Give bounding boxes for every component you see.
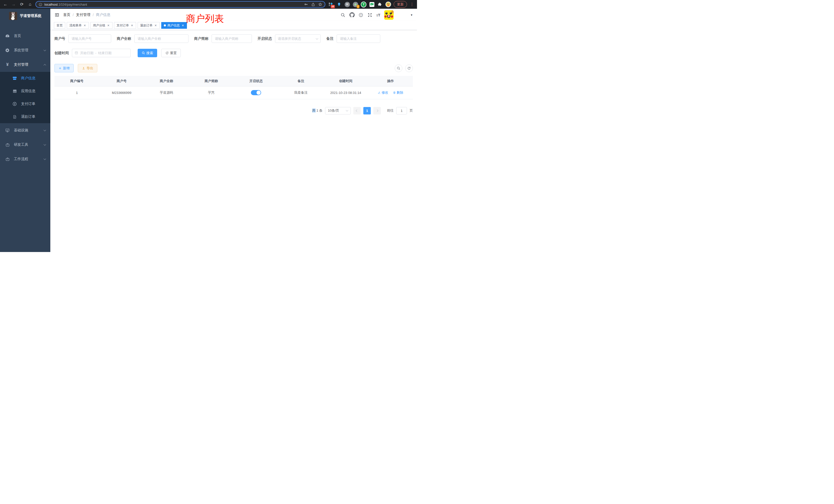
payment-submenu: 商户信息 应用信息 支付订单 退款订单 — [0, 72, 50, 123]
search-button[interactable]: 搜索 — [138, 49, 157, 57]
app-header: 首页 / 支付管理 / 商户信息 ? TT ▼ — [50, 9, 417, 21]
close-icon[interactable]: ✕ — [154, 24, 157, 27]
tab-pay-order[interactable]: 支付订单✕ — [114, 22, 136, 29]
status-select[interactable]: 请选择开启状态 — [275, 35, 321, 43]
fullscreen-icon[interactable] — [368, 12, 373, 18]
current-page-button[interactable]: 1 — [363, 107, 371, 114]
col-merchant-no: 商户号 — [100, 76, 144, 86]
tab-process-form[interactable]: 流程表单✕ — [67, 22, 89, 29]
start-date-placeholder: 开始日期 — [80, 51, 93, 55]
toggle-search-icon[interactable] — [395, 64, 402, 72]
create-time-range-picker[interactable]: 开始日期 - 结束日期 — [72, 49, 131, 57]
tags-view-bar: 首页 流程表单✕ 用户分组✕ 支付订单✕ 退款订单✕ 商户信息✕ — [50, 21, 417, 30]
grid-icon — [12, 89, 17, 93]
sidebar-item-refund-order[interactable]: 退款订单 — [0, 110, 50, 123]
col-actions: 操作 — [368, 76, 413, 86]
sidebar-item-payment[interactable]: ¥ 支付管理 — [0, 58, 50, 72]
gray-dot-extension-icon[interactable]: 1 — [353, 2, 358, 7]
remark-input[interactable] — [337, 35, 380, 43]
status-label: 开启状态 — [258, 37, 272, 41]
breadcrumb-payment[interactable]: 支付管理 — [76, 13, 90, 17]
user-avatar[interactable] — [384, 10, 394, 20]
sidebar-item-label: 退款订单 — [21, 114, 46, 119]
browser-profile-avatar[interactable] — [386, 2, 391, 7]
breadcrumb: 首页 / 支付管理 / 商户信息 — [63, 13, 110, 17]
close-icon[interactable]: ✕ — [83, 24, 86, 27]
sidebar-item-label: 首页 — [14, 33, 46, 38]
remark-label: 备注 — [326, 37, 333, 41]
chat-extension-icon[interactable] — [369, 2, 375, 7]
add-button[interactable]: 新增 — [54, 64, 74, 72]
y-extension-icon[interactable]: Y — [361, 2, 367, 7]
merchant-short-name-input[interactable] — [212, 35, 252, 43]
blocker-extension-icon[interactable]: 10 — [328, 2, 333, 7]
browser-back-button[interactable]: ← — [3, 2, 8, 6]
gear-icon — [5, 48, 10, 53]
close-icon[interactable]: ✕ — [130, 24, 133, 27]
sidebar-item-app-info[interactable]: 应用信息 — [0, 85, 50, 97]
delete-button[interactable]: 删除 — [393, 90, 403, 95]
tab-user-group[interactable]: 用户分组✕ — [90, 22, 112, 29]
browser-forward-button[interactable]: → — [11, 2, 17, 6]
avatar-dropdown-caret-icon[interactable]: ▼ — [410, 14, 413, 17]
bookmark-star-icon[interactable] — [318, 2, 322, 6]
sidebar-item-system[interactable]: 系统管理 — [0, 43, 50, 58]
merchant-no-input[interactable] — [68, 35, 111, 43]
goto-page-input[interactable] — [396, 107, 407, 114]
browser-home-button[interactable]: ⌂ — [27, 2, 33, 6]
refresh-table-icon[interactable] — [405, 64, 413, 72]
status-toggle[interactable] — [251, 90, 261, 95]
close-icon[interactable]: ✕ — [107, 24, 110, 27]
page-size-select[interactable]: 10条/页 — [325, 107, 351, 114]
chevron-up-icon — [44, 64, 46, 66]
address-bar[interactable]: localhost:1024/pay/merchant — [36, 1, 325, 8]
help-icon[interactable]: ? — [358, 12, 364, 18]
search-icon[interactable] — [341, 12, 346, 18]
font-size-icon[interactable]: TT — [376, 13, 380, 17]
share-icon[interactable] — [311, 3, 315, 6]
close-icon[interactable]: ✕ — [181, 24, 184, 27]
url-text[interactable]: localhost:1024/pay/merchant — [44, 3, 302, 6]
cell-merchant-id: 1 — [54, 86, 100, 99]
document-icon — [12, 114, 17, 119]
cell-full-name: 芋道源码 — [144, 86, 189, 99]
github-icon[interactable] — [349, 12, 355, 18]
sidebar-collapse-icon[interactable] — [54, 12, 60, 18]
browser-reload-button[interactable]: ⟳ — [19, 2, 25, 6]
sidebar-item-pay-order[interactable]: 支付订单 — [0, 97, 50, 110]
chevron-down-icon — [346, 109, 348, 112]
tab-merchant-info[interactable]: 商户信息✕ — [161, 22, 187, 29]
sidebar-item-label: 商户信息 — [21, 76, 46, 81]
merchant-full-name-input[interactable] — [134, 35, 189, 43]
prev-page-button[interactable] — [353, 107, 361, 114]
pin-extension-icon[interactable] — [336, 2, 342, 7]
export-button[interactable]: 导出 — [78, 64, 97, 72]
sidebar-logo[interactable]: 芋道管理系统 — [0, 9, 50, 22]
sidebar-item-infrastructure[interactable]: 基础设施 — [0, 123, 50, 138]
merchant-full-name-label: 商户全称 — [117, 37, 131, 41]
end-date-placeholder: 结束日期 — [98, 51, 111, 55]
password-key-icon[interactable] — [304, 2, 308, 6]
tab-refund-order[interactable]: 退款订单✕ — [138, 22, 160, 29]
sidebar-item-home[interactable]: 首页 — [0, 29, 50, 43]
extensions-puzzle-icon[interactable] — [377, 2, 383, 7]
sidebar-item-label: 应用信息 — [21, 89, 46, 93]
command-extension-icon[interactable]: ⌘ — [344, 2, 350, 7]
sidebar-item-workflow[interactable]: 工作流程 — [0, 152, 50, 166]
sidebar-item-dev-tools[interactable]: 研发工具 — [0, 138, 50, 152]
site-info-icon[interactable] — [39, 3, 42, 6]
browser-menu-icon[interactable]: ⋮ — [410, 2, 414, 7]
page-annotation: 商户列表 — [186, 12, 224, 25]
next-page-button[interactable] — [373, 107, 381, 114]
table-row: 1 M233666999 芋道源码 芋艿 我是备注 2021-10-23 08:… — [54, 86, 413, 99]
reset-button[interactable]: 重置 — [161, 49, 181, 57]
tab-home[interactable]: 首页 — [54, 22, 65, 29]
page-content: 商户号 商户全称 商户简称 开启状态 请选择开启状态 — [50, 30, 417, 252]
browser-update-button[interactable]: 更新 — [394, 1, 407, 8]
sidebar-item-merchant-info[interactable]: 商户信息 — [0, 72, 50, 85]
edit-button[interactable]: 修改 — [378, 90, 388, 95]
sidebar-item-label: 支付订单 — [21, 101, 46, 106]
breadcrumb-home[interactable]: 首页 — [63, 13, 70, 17]
app-title: 芋道管理系统 — [20, 14, 41, 18]
table-header-row: 商户编号 商户号 商户全称 商户简称 开启状态 备注 创建时间 操作 — [54, 76, 413, 86]
